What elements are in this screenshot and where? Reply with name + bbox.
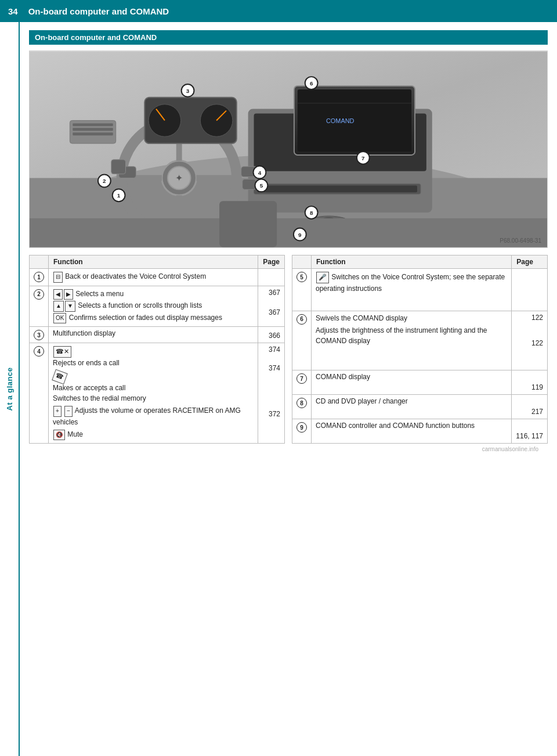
svg-text:6: 6 (310, 80, 313, 87)
svg-point-24 (200, 105, 233, 137)
section-header: On-board computer and COMAND (29, 30, 548, 45)
right-table-header-function: Function (312, 255, 512, 269)
table-row: 9 COMAND controller and COMAND function … (292, 419, 548, 444)
svg-rect-28 (111, 160, 126, 174)
volume-plus-icon: + (53, 406, 62, 417)
row-num: 3 (30, 327, 49, 343)
back-icon: ⊟ (53, 272, 63, 283)
row-num: 5 (292, 269, 312, 311)
row-function: COMAND controller and COMAND function bu… (312, 419, 512, 444)
svg-rect-36 (219, 201, 277, 247)
svg-text:2: 2 (103, 178, 106, 184)
row-function: 🎤 Switches on the Voice Control System; … (312, 269, 512, 311)
left-table-header-function: Function (49, 255, 258, 269)
row-page (258, 269, 285, 286)
svg-rect-34 (73, 132, 113, 135)
row-function: Multifunction display (49, 327, 258, 343)
row-page: 374 374 372 (258, 343, 285, 444)
row-page (512, 269, 548, 311)
svg-text:1: 1 (117, 192, 121, 199)
row-num: 2 (30, 286, 49, 327)
ok-icon: OK (53, 313, 66, 324)
image-reference: P68.00-6498-31 (500, 237, 541, 244)
svg-text:4: 4 (258, 170, 262, 176)
table-row: 6 Swivels the COMAND display Adjusts the… (292, 311, 548, 370)
row-page: 119 (512, 370, 548, 395)
left-function-table: Function Page 1 ⊟ Back or deactivate (29, 255, 285, 444)
table-row: 4 ☎✕ Rejects or ends a call ☎ (30, 343, 285, 444)
row-function: ☎✕ Rejects or ends a call ☎ Makes or acc… (49, 343, 258, 444)
header-title: On-board computer and COMAND (28, 6, 169, 16)
table-row: 2 ◀▶ Selects a menu ▲▼ Selects a f (30, 286, 285, 327)
down-arrow-icon: ▼ (65, 301, 75, 312)
voice-control-icon: 🎤 (316, 272, 329, 283)
svg-text:3: 3 (186, 88, 190, 94)
row-num: 8 (292, 395, 312, 419)
svg-rect-30 (243, 179, 256, 190)
row-num: 1 (30, 269, 49, 286)
svg-text:8: 8 (310, 210, 313, 216)
brand-watermark: carmanualsonline.info (29, 444, 548, 455)
row-page: 367 367 (258, 286, 285, 327)
left-table-header-num (30, 255, 49, 269)
row-function: ◀▶ Selects a menu ▲▼ Selects a function … (49, 286, 258, 327)
svg-text:7: 7 (361, 155, 365, 161)
row-function: ⊟ Back or deactivates the Voice Control … (49, 269, 258, 286)
reject-call-icon: ☎✕ (53, 346, 71, 358)
row-page: 217 (512, 395, 548, 419)
page-layout: At a glance On-board computer and COMAND (0, 22, 557, 756)
svg-rect-32 (73, 123, 113, 126)
table-row: 1 ⊟ Back or deactivates the Voice Contro… (30, 269, 285, 286)
table-row: 3 Multifunction display 366 (30, 327, 285, 343)
sidebar-label: At a glance (5, 368, 14, 411)
left-table-header-page: Page (258, 255, 285, 269)
row-num: 9 (292, 419, 312, 444)
svg-text:COMAND: COMAND (326, 117, 355, 124)
left-sidebar: At a glance (0, 22, 20, 756)
right-arrow-icon: ▶ (64, 289, 73, 300)
row-function: Swivels the COMAND display Adjusts the b… (312, 311, 512, 370)
car-image-area: COMAND ✦ (29, 51, 548, 248)
right-function-table: Function Page 5 🎤 (292, 255, 548, 444)
right-table-header-num (292, 255, 312, 269)
svg-rect-35 (30, 218, 547, 247)
svg-text:✦: ✦ (175, 173, 183, 183)
table-row: 7 COMAND display 119 (292, 370, 548, 395)
up-arrow-icon: ▲ (53, 301, 64, 312)
main-content: On-board computer and COMAND (20, 22, 557, 756)
svg-rect-10 (257, 185, 417, 192)
svg-rect-6 (298, 89, 411, 152)
tables-row: Function Page 1 ⊟ Back or deactivate (29, 255, 548, 444)
accept-call-icon: ☎ (52, 369, 67, 384)
page-number: 34 (8, 6, 18, 16)
row-page: 366 (258, 327, 285, 343)
table-row: 5 🎤 Switches on the Voice Control System… (292, 269, 548, 311)
row-page: 122 122 (512, 311, 548, 370)
right-table-header-page: Page (512, 255, 548, 269)
svg-text:5: 5 (260, 182, 263, 189)
row-function: COMAND display (312, 370, 512, 395)
mute-icon: 🔇 (53, 430, 65, 441)
car-diagram: COMAND ✦ (30, 51, 547, 247)
row-page: 116, 117 (512, 419, 548, 444)
row-num: 7 (292, 370, 312, 395)
svg-point-23 (149, 105, 181, 137)
volume-minus-icon: − (64, 406, 73, 417)
svg-rect-33 (73, 128, 113, 131)
left-arrow-icon: ◀ (53, 289, 63, 300)
svg-text:9: 9 (298, 232, 302, 238)
row-function: CD and DVD player / changer (312, 395, 512, 419)
row-num: 6 (292, 311, 312, 370)
table-row: 8 CD and DVD player / changer 217 (292, 395, 548, 419)
row-num: 4 (30, 343, 49, 444)
header-bar: 34 On-board computer and COMAND (0, 0, 557, 22)
